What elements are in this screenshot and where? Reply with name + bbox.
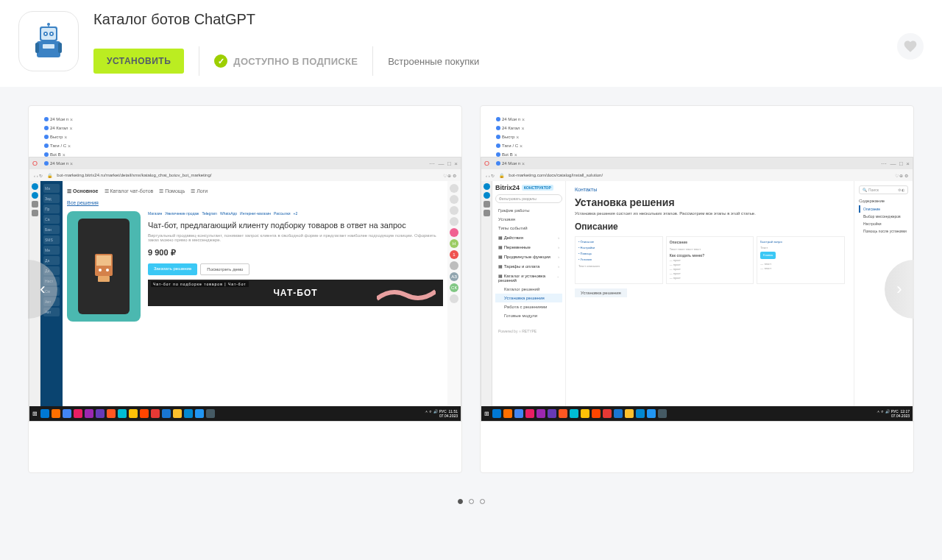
browser-address-bar: ‹ › ↻ 🔒 bot-marketing.com/docs/catalog/i… xyxy=(481,169,913,181)
svg-point-10 xyxy=(47,23,50,26)
svg-rect-6 xyxy=(37,41,60,57)
page-intro: Установка решения состоит из нескольких … xyxy=(575,211,845,216)
page-content: ☰ Основное☰ Каталог чат-ботов☰ Помощь☰ Л… xyxy=(63,181,447,406)
order-button: Заказать решение xyxy=(148,263,197,275)
video-preview: Чат-бот по подборке товаров | Чат-бот ЧА… xyxy=(148,280,443,306)
header-actions: УСТАНОВИТЬ ✓ ДОСТУПНО В ПОДПИСКЕ Встроен… xyxy=(93,46,924,76)
page-heading: Установка решения xyxy=(575,196,845,208)
url: bot-marketing.com/docs/catalog/install_s… xyxy=(509,173,603,177)
windows-taskbar: ⊞ ㅅ ᯤ 🔊 РУС 12:1707.04.2023 xyxy=(481,406,913,421)
header-content: Каталог ботов ChatGPT УСТАНОВИТЬ ✓ ДОСТУ… xyxy=(93,11,924,76)
nav-icons: ‹ › ↻ xyxy=(34,173,43,178)
in-app-purchases-label: Встроенные покупки xyxy=(388,56,479,67)
divider xyxy=(372,46,373,76)
browser-tabs-bar: O 24 Мои п×24 Катал×Быстр×Тати / С×Bot B… xyxy=(481,157,913,169)
powered-by: Powered by ⟐ RETYPE xyxy=(495,327,562,335)
windows-icon: ⊞ xyxy=(32,411,38,417)
chevron-left-icon: ‹ xyxy=(40,280,45,299)
gallery-dot[interactable] xyxy=(480,499,485,504)
gallery-dot[interactable] xyxy=(469,499,474,504)
gallery-dots xyxy=(0,492,942,511)
back-link: Все решения xyxy=(67,200,443,205)
product-image xyxy=(67,211,141,322)
product-price: 9 900 ₽ xyxy=(148,248,443,258)
gallery-dot[interactable] xyxy=(458,499,463,504)
docs-sidebar: Bitrix24КОНСТРУКТОР Фильтровать разделы … xyxy=(492,181,566,406)
opera-sidebar xyxy=(481,181,492,406)
section-heading: Описание xyxy=(575,221,845,232)
gallery-slide[interactable]: O 24 Мои п×24 Катал×Быстр×Тати / С×Bot B… xyxy=(480,105,914,473)
opera-icon: O xyxy=(484,160,489,167)
windows-taskbar: ⊞ ㅅ ᯤ 🔊 РУС 11:5107.04.2023 xyxy=(29,406,461,421)
demo-button: Посмотреть демо xyxy=(200,263,249,275)
browser-mock: O 24 Мои п×24 Катал×Быстр×Тати / С×Bot B… xyxy=(481,157,913,422)
subscription-status: ✓ ДОСТУПНО В ПОДПИСКЕ xyxy=(214,54,358,68)
svg-point-15 xyxy=(106,269,109,272)
bottom-tab: Установка решения xyxy=(575,288,627,297)
svg-point-4 xyxy=(45,33,46,35)
docs-content: Контакты Установка решения Установка реш… xyxy=(566,181,854,406)
product-description: Виртуальный продавец-консультант, понима… xyxy=(148,233,443,242)
browser-address-bar: ‹ › ↻ 🔒 bot-marketing.bitrix24.ru/market… xyxy=(29,169,461,181)
contact-rail: Н1АЗСК xyxy=(447,181,461,406)
app-header: Каталог ботов ChatGPT УСТАНОВИТЬ ✓ ДОСТУ… xyxy=(0,0,942,87)
opera-icon: O xyxy=(32,160,38,167)
lock-icon: 🔒 xyxy=(47,173,52,178)
url: bot-marketing.bitrix24.ru/market/detail/… xyxy=(57,173,211,177)
divider xyxy=(199,46,199,76)
chevron-right-icon: › xyxy=(896,280,902,299)
screenshot-gallery: ‹ › O 24 Мои п×24 Катал×Быстр×Тати / С×B… xyxy=(0,87,942,492)
svg-rect-16 xyxy=(98,276,110,282)
app-icon xyxy=(18,11,79,71)
app-title: Каталог ботов ChatGPT xyxy=(93,11,924,28)
svg-point-5 xyxy=(51,33,52,35)
contacts-link: Контакты xyxy=(575,187,845,192)
svg-point-14 xyxy=(99,269,102,272)
svg-rect-7 xyxy=(43,44,54,49)
favorite-button[interactable] xyxy=(897,33,924,60)
breadcrumb: ☰ Основное☰ Каталог чат-ботов☰ Помощь☰ Л… xyxy=(67,185,443,197)
search-icon: 🔍 xyxy=(863,188,867,192)
svg-rect-13 xyxy=(96,255,111,266)
browser-tabs-bar: O 24 Мои п×24 Катал×Быстр×Тати / С×Bot B… xyxy=(29,157,461,169)
product-title: Чат-бот, предлагающий клиенту подборку т… xyxy=(148,220,443,230)
svg-rect-9 xyxy=(58,43,62,53)
heart-icon xyxy=(903,39,918,54)
check-icon: ✓ xyxy=(214,54,227,68)
lock-icon: 🔒 xyxy=(499,173,504,178)
product-tags: МагазинУвеличение продажTelegramWhatsApp… xyxy=(148,211,443,216)
browser-mock: O 24 Мои п×24 Катал×Быстр×Тати / С×Bot B… xyxy=(29,157,461,422)
subscription-label: ДОСТУПНО В ПОДПИСКЕ xyxy=(233,56,358,67)
windows-icon: ⊞ xyxy=(484,411,489,417)
svg-rect-8 xyxy=(35,43,39,53)
gallery-slide[interactable]: O 24 Мои п×24 Катал×Быстр×Тати / С×Bot B… xyxy=(28,105,462,473)
filter-input: Фильтровать разделы xyxy=(495,194,562,203)
install-button[interactable]: УСТАНОВИТЬ xyxy=(93,49,184,74)
